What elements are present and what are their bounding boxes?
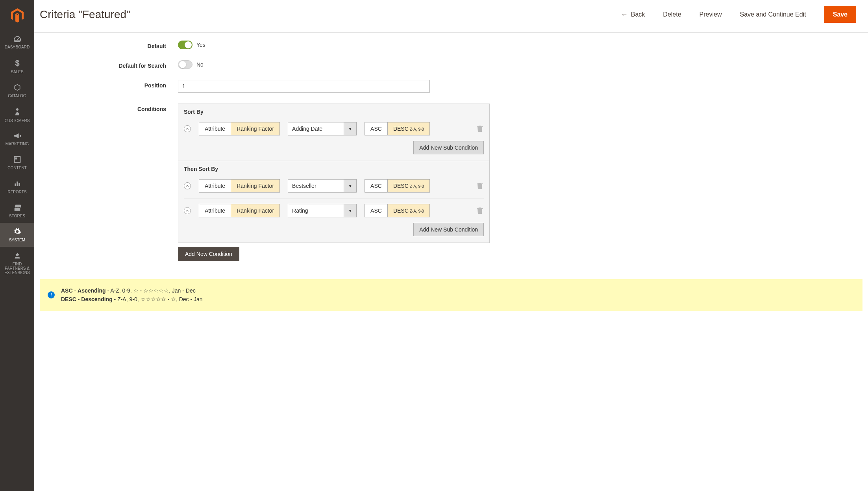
page-title: Criteria "Featured": [40, 8, 130, 21]
info-icon: i: [48, 291, 55, 298]
bars-icon: [13, 180, 21, 187]
info-banner: i ASC - Ascending - A-Z, 0-9, ☆ - ☆☆☆☆☆,…: [40, 279, 862, 311]
nav-marketing[interactable]: MARKETING: [0, 128, 34, 151]
magento-logo[interactable]: [0, 0, 34, 31]
seg-attribute[interactable]: Attribute: [199, 180, 231, 192]
seg-ranking-factor[interactable]: Ranking Factor: [231, 204, 279, 217]
chevron-up-icon: [186, 209, 189, 212]
seg-desc[interactable]: DESCZ-A, 9-0: [387, 204, 429, 217]
seg-asc[interactable]: ASC: [365, 204, 387, 217]
nav-system[interactable]: SYSTEM: [0, 223, 34, 247]
condition-section: Then Sort ByAttributeRanking FactorBests…: [178, 161, 489, 243]
back-button[interactable]: ← Back: [621, 11, 645, 19]
collapse-button[interactable]: [184, 207, 191, 214]
nav-label: FIND PARTNERS & EXTENSIONS: [2, 262, 33, 275]
nav-partners[interactable]: FIND PARTNERS & EXTENSIONS: [0, 247, 34, 280]
nav-catalog[interactable]: CATALOG: [0, 79, 34, 103]
magento-icon: [9, 7, 25, 23]
row-default: Default Yes: [46, 41, 856, 49]
page-header: Criteria "Featured" ← Back Delete Previe…: [34, 0, 868, 33]
cube-icon: [13, 83, 21, 91]
nav-content[interactable]: CONTENT: [0, 151, 34, 175]
toggle-default-switch[interactable]: [178, 41, 192, 49]
nav-dashboard[interactable]: DASHBOARD: [0, 31, 34, 54]
order-toggle: ASCDESCZ-A, 9-0: [365, 122, 430, 135]
nav-reports[interactable]: REPORTS: [0, 175, 34, 199]
seg-desc[interactable]: DESCZ-A, 9-0: [387, 180, 429, 192]
seg-ranking-factor[interactable]: Ranking Factor: [231, 122, 279, 135]
factor-select[interactable]: Rating▼: [288, 204, 357, 217]
preview-button[interactable]: Preview: [700, 11, 722, 18]
condition-section: Sort ByAttributeRanking FactorAdding Dat…: [178, 104, 489, 161]
chevron-up-icon: [186, 184, 189, 187]
order-toggle: ASCDESCZ-A, 9-0: [365, 179, 430, 193]
condition-section-title: Then Sort By: [184, 166, 484, 172]
back-label: Back: [631, 11, 645, 18]
partners-icon: [13, 252, 21, 259]
attribute-ranking-toggle: AttributeRanking Factor: [199, 204, 280, 217]
person-icon: [15, 107, 20, 116]
nav-sales[interactable]: $ SALES: [0, 54, 34, 79]
nav-label: DASHBOARD: [5, 45, 30, 49]
label-position: Position: [46, 80, 178, 89]
banner-line-desc: DESC - Descending - Z-A, 9-0, ☆☆☆☆☆ - ☆,…: [61, 295, 855, 304]
header-actions: ← Back Delete Preview Save and Continue …: [621, 6, 856, 23]
factor-select[interactable]: Adding Date▼: [288, 122, 357, 135]
seg-asc[interactable]: ASC: [365, 180, 387, 192]
add-sub-condition-button[interactable]: Add New Sub Condition: [413, 223, 484, 236]
nav-label: CATALOG: [8, 94, 26, 98]
save-button[interactable]: Save: [824, 6, 856, 23]
row-position: Position: [46, 80, 856, 93]
nav-customers[interactable]: CUSTOMERS: [0, 103, 34, 128]
toggle-default-value: Yes: [196, 42, 205, 48]
seg-attribute[interactable]: Attribute: [199, 122, 231, 135]
toggle-knob: [185, 41, 192, 48]
chevron-down-icon[interactable]: ▼: [344, 122, 356, 135]
delete-button[interactable]: Delete: [663, 11, 681, 18]
save-continue-button[interactable]: Save and Continue Edit: [740, 11, 806, 18]
chevron-down-icon[interactable]: ▼: [344, 180, 356, 192]
svg-rect-4: [15, 183, 16, 186]
nav-label: MARKETING: [6, 142, 29, 146]
delete-row-button[interactable]: [477, 182, 484, 189]
add-condition-button[interactable]: Add New Condition: [178, 247, 239, 261]
seg-attribute[interactable]: Attribute: [199, 204, 231, 217]
collapse-button[interactable]: [184, 125, 191, 132]
seg-ranking-factor[interactable]: Ranking Factor: [231, 180, 279, 192]
svg-rect-3: [15, 157, 17, 159]
megaphone-icon: [13, 132, 22, 139]
nav-label: CONTENT: [7, 166, 26, 170]
chevron-up-icon: [186, 127, 189, 130]
store-icon: [13, 204, 22, 211]
sidebar: DASHBOARD $ SALES CATALOG CUSTOMERS MARK…: [0, 0, 34, 311]
position-input[interactable]: [178, 80, 430, 93]
nav-label: STORES: [9, 214, 25, 218]
svg-rect-6: [19, 183, 20, 186]
collapse-button[interactable]: [184, 182, 191, 189]
svg-text:$: $: [15, 59, 19, 67]
toggle-default-search-switch[interactable]: [178, 60, 192, 69]
condition-section-title: Sort By: [184, 109, 484, 115]
form: Default Yes Default for Search No Positi…: [34, 33, 868, 261]
seg-desc[interactable]: DESCZ-A, 9-0: [387, 122, 429, 135]
delete-row-button[interactable]: [477, 125, 484, 132]
chevron-down-icon[interactable]: ▼: [344, 204, 356, 217]
condition-row: AttributeRanking FactorRating▼ASCDESCZ-A…: [184, 198, 484, 219]
label-default: Default: [46, 41, 178, 49]
add-sub-condition-button[interactable]: Add New Sub Condition: [413, 141, 484, 154]
row-default-search: Default for Search No: [46, 60, 856, 69]
seg-asc[interactable]: ASC: [365, 122, 387, 135]
label-default-search: Default for Search: [46, 60, 178, 69]
toggle-default-search-value: No: [196, 61, 204, 68]
factor-select[interactable]: Bestseller▼: [288, 179, 357, 193]
order-toggle: ASCDESCZ-A, 9-0: [365, 204, 430, 217]
nav-stores[interactable]: STORES: [0, 199, 34, 223]
nav-label: SYSTEM: [9, 238, 25, 242]
gear-icon: [13, 228, 21, 235]
toggle-default-search: No: [178, 60, 490, 69]
main-content: Criteria "Featured" ← Back Delete Previe…: [34, 0, 868, 311]
trash-icon: [477, 182, 483, 189]
delete-row-button[interactable]: [477, 207, 484, 214]
dashboard-icon: [13, 35, 22, 43]
conditions-box: Sort ByAttributeRanking FactorAdding Dat…: [178, 104, 490, 243]
